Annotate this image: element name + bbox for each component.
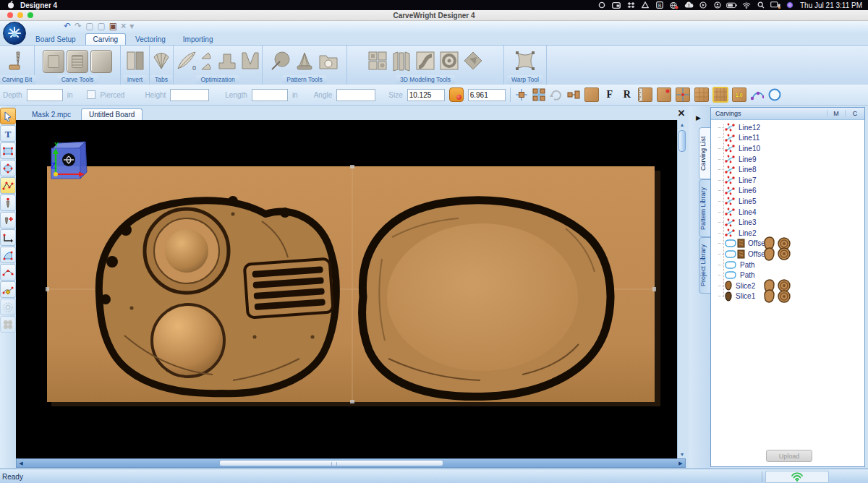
save-icon[interactable]: ▣	[109, 21, 117, 31]
feather-zero-icon[interactable]: 0	[176, 50, 197, 73]
tab-carving[interactable]: Carving	[85, 33, 126, 45]
draft-block-icon[interactable]	[216, 50, 238, 73]
warp-icon[interactable]	[514, 50, 536, 73]
board-grid-icon[interactable]	[694, 87, 709, 102]
doc-tab-untitled-board[interactable]: Untitled Board	[81, 108, 142, 120]
tab-pattern-library[interactable]: Pattern Library	[699, 179, 711, 237]
mask-slice-right[interactable]	[362, 200, 610, 397]
list-item[interactable]: Path	[711, 260, 864, 270]
tab-importing[interactable]: Importing	[175, 33, 221, 45]
rotate-tool-icon[interactable]	[550, 88, 563, 101]
region-curve-tool[interactable]	[0, 247, 16, 263]
apple-menu-icon[interactable]	[7, 1, 14, 10]
scroll-down-icon[interactable]: ▼	[678, 450, 686, 458]
wifi-icon[interactable]	[741, 1, 752, 9]
list-item[interactable]: Offset	[711, 249, 864, 260]
tabs-icon[interactable]	[151, 50, 171, 73]
select-tool[interactable]	[0, 108, 16, 124]
undo-icon[interactable]: ↶	[64, 21, 71, 31]
sweep-path-icon[interactable]	[414, 50, 436, 73]
mask-slice-left[interactable]	[99, 196, 336, 393]
carve-region-icon[interactable]	[43, 50, 64, 73]
new-file-icon[interactable]: ▢	[85, 21, 93, 31]
extrude-columns-icon[interactable]	[391, 50, 412, 73]
battery-icon[interactable]	[726, 1, 738, 9]
horizontal-scroll-thumb[interactable]	[219, 460, 443, 466]
list-item[interactable]: Line9	[711, 154, 864, 165]
text-tool[interactable]: T	[0, 125, 16, 142]
spline-tool[interactable]	[0, 281, 16, 298]
record-circle-icon[interactable]	[596, 1, 608, 9]
tab-project-library[interactable]: Project Library	[699, 237, 711, 294]
design-canvas[interactable]: Y Z	[16, 120, 677, 458]
carving-bit-icon[interactable]	[7, 49, 27, 74]
menubar-clock[interactable]: Thu Jul 21 3:11 PM	[800, 1, 862, 9]
pattern-sculpt-icon[interactable]	[294, 50, 315, 73]
scroll-left-icon[interactable]: ◀	[17, 460, 25, 467]
v-groove-icon[interactable]	[240, 50, 260, 73]
rotate-plane-icon[interactable]	[462, 50, 484, 73]
cloud-alert-icon[interactable]: !	[683, 1, 694, 9]
search-icon[interactable]	[755, 1, 767, 9]
copy-icon[interactable]: ▢	[97, 21, 105, 31]
ruler-board-icon[interactable]	[638, 87, 652, 102]
delete-icon[interactable]: ×	[121, 21, 126, 31]
circle-outline-icon[interactable]	[768, 88, 781, 101]
siri-icon[interactable]	[784, 1, 796, 9]
pierced-checkbox[interactable]	[87, 90, 95, 99]
polyline-tool[interactable]	[0, 177, 16, 194]
sidecar-icon[interactable]	[770, 1, 781, 9]
vertical-scroll-thumb[interactable]	[678, 130, 686, 152]
globe-badge-icon[interactable]	[668, 1, 680, 9]
size-height-input[interactable]	[468, 89, 506, 101]
tile-grid-icon[interactable]	[367, 50, 388, 73]
board-texture-icon[interactable]	[713, 87, 728, 102]
canvas-vertical-scrollbar[interactable]: ▲ ▼	[677, 120, 686, 458]
invert-icon[interactable]	[125, 50, 145, 73]
board-crosshair-icon[interactable]	[676, 87, 690, 102]
letter-r-icon[interactable]: R	[621, 88, 634, 101]
list-item[interactable]: Line8	[711, 164, 864, 175]
prism-icon[interactable]	[639, 1, 651, 9]
angle-options-icon[interactable]	[200, 50, 214, 73]
close-document-icon[interactable]: ✕	[676, 107, 687, 119]
list-item[interactable]: Line5	[711, 196, 864, 207]
list-item[interactable]: Line3	[711, 217, 864, 228]
list-item[interactable]: Line4	[711, 207, 864, 218]
align-grid-icon[interactable]	[532, 88, 545, 101]
user-circle-icon[interactable]	[712, 1, 723, 9]
pattern-editor-icon[interactable]	[270, 50, 292, 73]
board-plain-icon[interactable]	[584, 87, 599, 102]
depth-input[interactable]	[27, 89, 63, 101]
scroll-up-icon[interactable]: ▲	[678, 120, 686, 129]
scale-1-0-icon[interactable]: 1.0	[732, 87, 746, 102]
carve-line-tool[interactable]	[0, 195, 16, 211]
carve-add-tool[interactable]	[0, 212, 16, 228]
scroll-right-icon[interactable]: ▶	[677, 460, 684, 467]
play-circle-icon[interactable]	[697, 1, 709, 9]
circle-pattern-tool[interactable]	[0, 299, 16, 315]
tab-board-setup[interactable]: Board Setup	[27, 33, 84, 45]
texture-dots-tool[interactable]	[0, 316, 16, 333]
list-item[interactable]: Line7	[711, 175, 864, 186]
carve-textured-region-icon[interactable]	[67, 50, 88, 73]
aspect-lock-icon[interactable]	[449, 87, 464, 102]
join-offset-icon[interactable]	[567, 88, 580, 101]
pattern-folder-icon[interactable]	[318, 50, 339, 73]
carvewright-logo-icon[interactable]	[3, 22, 26, 45]
menubar-app-name[interactable]: Designer 4	[20, 1, 57, 9]
length-input[interactable]	[252, 89, 288, 101]
dropbox-icon[interactable]	[625, 1, 637, 9]
canvas-horizontal-scrollbar[interactable]: ◀ ▶	[16, 458, 686, 468]
upload-button[interactable]: Upload	[766, 450, 812, 462]
list-item[interactable]: Line11	[711, 133, 864, 144]
rectangle-tool[interactable]	[0, 142, 16, 159]
letter-f-icon[interactable]: F	[603, 88, 616, 101]
qat-more-icon[interactable]: ▾	[129, 21, 134, 31]
center-point-icon[interactable]	[515, 88, 528, 101]
edit-nodes-icon[interactable]	[751, 88, 764, 101]
orientation-cube-icon[interactable]: Y Z	[51, 141, 87, 179]
ellipse-tool[interactable]	[0, 160, 16, 176]
c-column-header[interactable]: C	[845, 110, 864, 117]
list-item[interactable]: Line12	[711, 122, 864, 133]
